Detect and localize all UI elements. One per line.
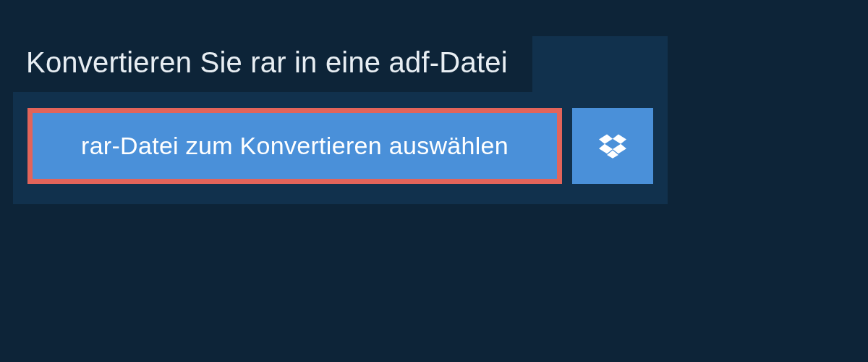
heading-container: Konvertieren Sie rar in eine adf-Datei	[13, 36, 532, 92]
dropbox-button[interactable]	[572, 108, 653, 184]
dropbox-icon	[599, 134, 626, 159]
converter-panel: Konvertieren Sie rar in eine adf-Datei r…	[13, 36, 668, 204]
select-file-button[interactable]: rar-Datei zum Konvertieren auswählen	[27, 108, 562, 184]
page-title: Konvertieren Sie rar in eine adf-Datei	[26, 46, 508, 79]
button-row: rar-Datei zum Konvertieren auswählen	[13, 92, 668, 204]
